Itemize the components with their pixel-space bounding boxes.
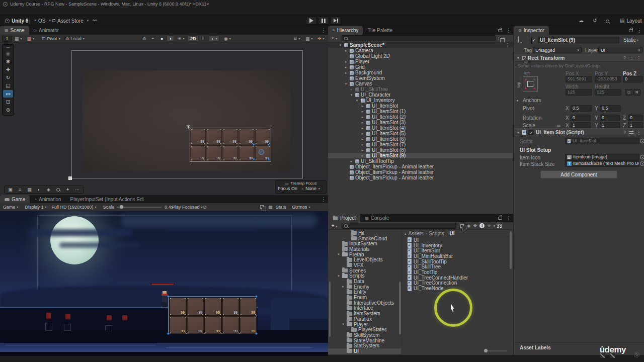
hierarchy-row[interactable]: ▸ Player — [328, 59, 513, 64]
gizmo-dropdown[interactable]: ✛▾ — [315, 35, 327, 42]
scene-menu-icon[interactable]: ⋮ — [321, 28, 326, 33]
expand-arrow[interactable]: ▸ — [344, 65, 348, 69]
height-field[interactable]: 125 — [595, 89, 621, 96]
folder-row[interactable]: ▸ Enemy — [328, 284, 401, 290]
expand-arrow[interactable]: ▸ — [360, 110, 365, 114]
selection-handle[interactable] — [253, 158, 255, 160]
snap-dropdown[interactable]: ◐▾ — [209, 35, 219, 42]
inventory-slot[interactable]: 99 — [255, 129, 270, 144]
transform-tool-button[interactable]: ⊡ — [3, 98, 13, 106]
asset-labels-header[interactable]: Asset Labels — [520, 345, 551, 350]
hierarchy-row[interactable]: ▾ UI_Inventory — [328, 98, 513, 103]
tilemap-brush-icon[interactable]: ▦ — [25, 187, 34, 193]
expand-arrow[interactable]: ▾ — [338, 43, 343, 47]
grid-visual-dropdown[interactable]: ▦▾ — [13, 35, 24, 42]
game-menu-icon[interactable]: ⋮ — [321, 197, 326, 202]
play-focused-dropdown[interactable]: Play Focused▾ — [170, 204, 205, 210]
rect-tool-button[interactable]: ▭ — [3, 90, 13, 98]
resolution-dropdown[interactable]: Full HD (1920x1080)▾ — [50, 204, 99, 210]
hierarchy-row[interactable]: ▸ UI_ItemSlot — [328, 103, 513, 109]
folder-row[interactable]: InteractiveObjects — [328, 300, 401, 306]
expand-arrow[interactable]: ▾ — [355, 99, 359, 103]
rect-transform-header[interactable]: ▼ Rect Transform ? ⋮ — [514, 54, 644, 62]
width-field[interactable]: 125 — [566, 89, 592, 96]
hierarchy-row[interactable]: Object_ItemPickup - Animal leather — [328, 164, 513, 169]
game-viewport[interactable]: 99 99 99 99 99 99 99 99 99 99 — [0, 211, 328, 355]
stats-toggle[interactable]: Stats — [274, 204, 288, 210]
folder-row[interactable]: Entity — [328, 290, 401, 295]
inventory-slot[interactable]: 99 — [187, 316, 204, 334]
breadcrumb-ui[interactable]: UI — [449, 231, 454, 236]
mode-2d-toggle[interactable]: 2D — [188, 35, 199, 42]
hierarchy-row[interactable]: ▸ UI_ItemSlot (2) — [328, 114, 513, 120]
scale-slider-knob[interactable] — [120, 205, 123, 209]
file-row[interactable]: UI_SkillTree — [403, 264, 513, 269]
inventory-slot[interactable]: 99 — [240, 316, 257, 334]
hierarchy-row[interactable]: ▸ UI_ItemSlot (8) — [328, 147, 513, 153]
rotation-y-field[interactable]: 0 — [600, 115, 620, 121]
selection-handle[interactable] — [267, 158, 270, 160]
gizmos-dropdown[interactable]: Gizmos▾ — [290, 204, 312, 210]
tab-player-input-set[interactable]: PlayerInputSet (Input Actions Edi — [66, 195, 148, 204]
folder-row[interactable]: ▾ Player — [328, 322, 401, 327]
play-button[interactable] — [306, 17, 317, 25]
folder-row[interactable]: VFX — [328, 262, 401, 268]
lock-icon[interactable] — [498, 29, 502, 32]
tilemap-more-icon[interactable]: ⋯ — [73, 187, 82, 193]
inventory-slot[interactable]: 99 — [222, 316, 239, 334]
selection-handle[interactable] — [267, 143, 270, 146]
expand-arrow[interactable]: ▸ — [360, 154, 365, 158]
focus-on-dropdown[interactable]: ▫None▾ — [299, 186, 323, 192]
inventory-slot[interactable]: 99 — [239, 145, 254, 161]
folder-row[interactable]: ▾ Scripts — [328, 274, 401, 279]
inventory-slot[interactable]: 99 — [239, 129, 254, 144]
inventory-slot[interactable]: 99 — [191, 129, 206, 144]
folder-row[interactable]: Scenes — [328, 268, 401, 274]
pos-x-field[interactable]: 591.5891 — [566, 76, 592, 82]
raw-edit-mode-button[interactable]: R — [633, 89, 640, 96]
tilemap-erase-icon[interactable] — [54, 187, 62, 193]
label-icon[interactable]: ❖ — [473, 223, 477, 228]
scene-picker-icon[interactable] — [499, 37, 502, 40]
rotation-x-field[interactable]: 0 — [571, 115, 591, 121]
tilemap-picker-icon[interactable]: ◈ — [44, 187, 53, 193]
hierarchy-row[interactable]: ▸ UI_ItemSlot (3) — [328, 120, 513, 125]
file-row[interactable]: UI_SkillToolTip — [403, 259, 513, 264]
expand-arrow[interactable]: ▸ — [360, 137, 365, 141]
scene-light-toggle[interactable]: ⊕ — [140, 35, 148, 42]
scene-grid-axis-button[interactable]: ⌗ — [200, 35, 206, 42]
folder-row[interactable]: LevelObjects — [328, 257, 401, 262]
help-icon[interactable]: ? — [623, 55, 626, 60]
collab-icon[interactable]: ⚯ — [89, 15, 101, 26]
hierarchy-row[interactable]: ▸ UI_ItemSlot (4) — [328, 125, 513, 131]
zoom-slider[interactable] — [484, 350, 507, 351]
folder-row[interactable]: Data — [328, 279, 401, 284]
hierarchy-row[interactable]: ▸ UI_ItemSlot (5) — [328, 131, 513, 136]
hierarchy-row[interactable]: ▸ UI_ItemSlot (6) — [328, 136, 513, 142]
scale-slider[interactable] — [117, 207, 162, 208]
item-icon-field[interactable]: ItemIcon (Image) — [565, 154, 639, 160]
package-icon[interactable]: ◈ — [467, 223, 470, 228]
expand-arrow[interactable]: ▾ — [337, 274, 341, 278]
item-stack-size-field[interactable]: T ItemStackSize (Text Mesh Pro UG — [565, 160, 639, 167]
undo-history-icon[interactable]: ↺ — [593, 18, 597, 23]
inventory-slot[interactable]: 99 — [187, 298, 204, 315]
hierarchy-row[interactable]: ▸ Grid — [328, 64, 513, 70]
pivot-x-field[interactable]: 0.5 — [571, 105, 592, 112]
anchors-foldout[interactable]: ▸ — [516, 99, 520, 103]
object-picker-icon[interactable] — [640, 139, 644, 143]
folder-row[interactable]: InputSystem — [328, 241, 401, 246]
focus-search-icon[interactable] — [460, 224, 464, 228]
hierarchy-row[interactable]: ▸ UI_ItemSlot (7) — [328, 142, 513, 147]
file-row[interactable]: UI_ItemSlot — [403, 248, 513, 253]
pivot-y-field[interactable]: 0.5 — [600, 105, 621, 112]
expand-arrow[interactable]: ▾ — [349, 93, 354, 97]
expand-arrow[interactable]: ▸ — [344, 49, 348, 53]
inventory-slot[interactable]: 99 — [207, 129, 222, 144]
rotate-tool-button[interactable]: ↻ — [3, 74, 13, 81]
expand-arrow[interactable]: ▸ — [360, 104, 365, 108]
mute-audio-toggle[interactable]: ⊘ — [201, 204, 209, 210]
add-component-button[interactable]: Add Component — [540, 170, 617, 178]
tab-tile-palette[interactable]: Tile Palette — [363, 26, 397, 35]
blueprint-mode-button[interactable]: ⊡ — [625, 89, 632, 96]
